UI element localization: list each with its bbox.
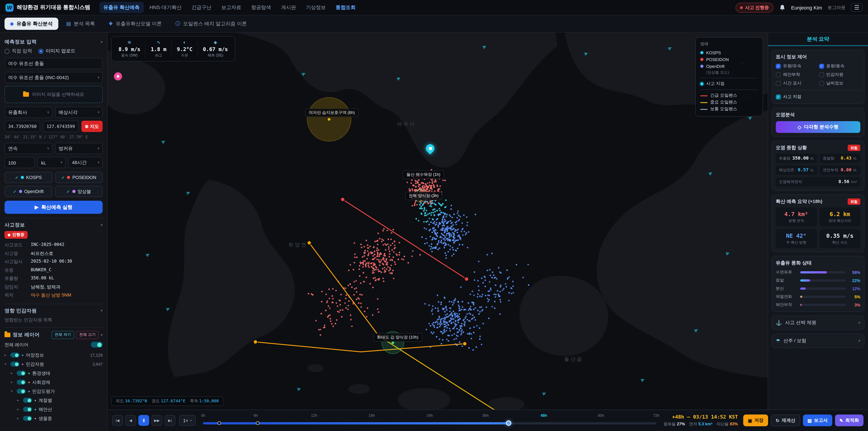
longitude-input[interactable]	[43, 121, 79, 132]
nav-item-3[interactable]: 보고자료	[217, 2, 245, 13]
timeline-tick-48h[interactable]: 48h	[541, 413, 547, 418]
caret-icon[interactable]: ▾	[4, 362, 8, 366]
oilfence-endpoint[interactable]	[463, 342, 467, 346]
nav-item-4[interactable]: 항공탐색	[247, 2, 275, 13]
caret-icon[interactable]: ▾	[11, 389, 14, 393]
polygon-analysis-button[interactable]: ◇ 다각형 분석수행	[776, 121, 860, 133]
collapse-icon[interactable]: ▾	[101, 223, 103, 227]
checkbox-icon[interactable]	[776, 81, 781, 86]
oil-type-select[interactable]: 벙커유 ▾	[55, 143, 103, 154]
draw-tool-button[interactable]	[114, 72, 122, 81]
oilfence-endpoint[interactable]	[341, 197, 345, 202]
nav-item-0[interactable]: 유출유 확산예측	[99, 2, 144, 13]
timeline-tick-12h[interactable]: 12h	[311, 413, 317, 418]
checkbox-icon[interactable]	[819, 81, 824, 86]
layer-toggle[interactable]	[23, 398, 32, 403]
report-button[interactable]: ▤보고서	[803, 414, 832, 426]
incident-point-checkbox[interactable]: ✓	[776, 94, 781, 99]
tab-2[interactable]: ❖유출유확산모델 이론	[103, 18, 167, 30]
nav-item-1[interactable]: HNS·대기확산	[145, 2, 186, 13]
master-layer-toggle[interactable]	[91, 342, 103, 348]
oilfence-endpoint[interactable]	[307, 241, 311, 245]
display-check-0[interactable]: ✓유향/유속	[776, 63, 817, 69]
caret-icon[interactable]: ▸	[11, 371, 14, 375]
layer-toggle[interactable]	[23, 416, 32, 421]
all-layers-off-button[interactable]: 전체 끄기	[76, 331, 99, 339]
map-canvas[interactable]: ≋8.9 m/s풍속 (SW)∿1.8 m파고◐9.2°C수온◈0.67 m/s…	[107, 33, 768, 409]
pause-button[interactable]: ‖	[138, 415, 149, 426]
radio-direct-input[interactable]: 직접 입력	[4, 48, 32, 54]
company-select[interactable]: 유출회사 ▾	[4, 107, 52, 118]
all-layers-on-button[interactable]: 전체 켜기	[51, 331, 74, 339]
layer-toggle[interactable]	[23, 407, 32, 412]
oilfence-endpoint[interactable]	[465, 277, 469, 281]
incident-select[interactable]: 여수 유조선 충돌 (INC-0042) ▾	[4, 72, 103, 83]
latitude-input[interactable]	[4, 121, 40, 132]
display-check-3[interactable]: 민감자원	[819, 72, 860, 78]
caret-icon[interactable]: ▸	[17, 398, 21, 402]
timeline-marker-0[interactable]	[217, 421, 221, 425]
layer-toggle[interactable]	[17, 371, 26, 376]
caret-icon[interactable]: ▸	[4, 353, 8, 357]
skip-end-button[interactable]: ▶|	[164, 415, 176, 426]
menu-icon[interactable]: ☰	[851, 3, 863, 12]
display-check-4[interactable]: 시간 표시	[776, 81, 817, 86]
logout-button[interactable]: 로그아웃	[828, 4, 846, 11]
collapse-icon[interactable]: ▾	[101, 333, 103, 337]
collapse-icon[interactable]: ▾	[101, 39, 103, 44]
duration-select[interactable]: 48시간 ▾	[68, 157, 103, 168]
incident-pin[interactable]	[426, 144, 434, 153]
layer-item-6[interactable]: ▸●해안선	[4, 405, 103, 414]
timeline-tick-24h[interactable]: 24h	[427, 413, 433, 418]
oilfence-endpoint[interactable]	[253, 340, 257, 344]
display-check-1[interactable]: ✓풍향/풍속	[819, 63, 860, 69]
vessel-spec-card[interactable]: ⚓ 사고 선박 제원 ▾	[772, 315, 864, 330]
display-check-2[interactable]: 해안부착	[776, 72, 817, 78]
fast-forward-button[interactable]: ▶▶	[151, 415, 162, 426]
layer-item-7[interactable]: ▸●생물종	[4, 414, 103, 423]
unit-select[interactable]: kL ▾	[37, 157, 66, 168]
radio-image-upload[interactable]: 이미지 업로드	[38, 48, 75, 54]
save-button[interactable]: ▣저장	[743, 414, 768, 426]
layer-item-0[interactable]: ▸●어장정보17,129	[4, 350, 103, 360]
incident-point-row[interactable]: ✓ 사고 지점	[776, 90, 860, 100]
timeline-tick-6h[interactable]: 6h	[254, 413, 258, 418]
model-toggle-0[interactable]: ✓KOSPS	[4, 172, 52, 183]
checkbox-icon[interactable]	[776, 72, 781, 77]
run-prediction-button[interactable]: ▶ 확산예측 실행	[4, 201, 103, 214]
map-pick-button[interactable]: ⊕ 지도	[81, 121, 103, 132]
caret-icon[interactable]: ▸	[17, 416, 21, 420]
timeline-track[interactable]: 0h6h12h18h24h36h48h60h72h	[203, 410, 656, 431]
oilfence-line-2[interactable]	[255, 342, 465, 352]
layer-item-3[interactable]: ▸●사회경제	[4, 378, 103, 387]
checkbox-icon[interactable]: ✓	[776, 64, 781, 69]
image-file-dropzone[interactable]: 이미지 파일을 선택하세요	[4, 86, 103, 103]
collapse-icon[interactable]: ▾	[101, 308, 103, 313]
layer-toggle[interactable]	[10, 362, 20, 367]
owner-insurance-card[interactable]: ☂ 선주 / 보험 ▾	[772, 334, 864, 348]
checkbox-icon[interactable]: ✓	[819, 64, 824, 69]
tab-0[interactable]: ◈유출유 확산분석	[4, 18, 58, 30]
recalculate-button[interactable]: ↻재계산	[771, 414, 800, 426]
timeline-tick-72h[interactable]: 72h	[653, 413, 659, 418]
model-toggle-1[interactable]: ✓POSEIDON	[55, 172, 103, 183]
expected-time-select[interactable]: 예상시각 ▾	[55, 107, 103, 118]
optimize-button[interactable]: ✎최적화	[835, 414, 864, 426]
nav-item-5[interactable]: 게시판	[277, 2, 300, 13]
amount-input[interactable]	[4, 157, 35, 168]
timeline-tick-60h[interactable]: 60h	[598, 413, 604, 418]
timeline-tick-36h[interactable]: 36h	[482, 413, 489, 418]
model-toggle-3[interactable]: ✓앙상블	[55, 186, 103, 197]
layer-toggle[interactable]	[17, 389, 26, 394]
skip-start-button[interactable]: |◀	[112, 415, 123, 426]
layer-item-1[interactable]: ▾●민감자원3,947	[4, 360, 103, 369]
layer-item-2[interactable]: ▸●환경생태	[4, 369, 103, 378]
model-toggle-2[interactable]: ✓OpenDrift	[4, 186, 52, 197]
layer-item-5[interactable]: ▸●계절별	[4, 396, 103, 405]
timeline-tick-18h[interactable]: 18h	[368, 413, 375, 418]
checkbox-icon[interactable]	[819, 72, 824, 77]
caret-icon[interactable]: ▸	[17, 407, 21, 411]
layer-item-4[interactable]: ▾●민감도평가	[4, 387, 103, 396]
step-back-button[interactable]: ◀	[125, 415, 136, 426]
incident-name-input[interactable]	[4, 58, 103, 69]
